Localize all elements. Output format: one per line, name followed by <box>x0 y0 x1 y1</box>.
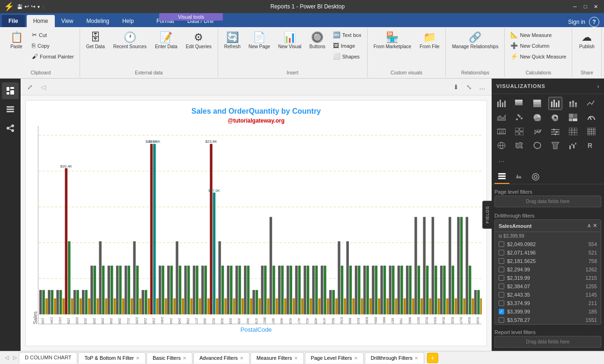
buttons-button[interactable]: 🔘 Buttons <box>306 30 329 52</box>
multi-row-card-icon[interactable] <box>512 125 526 138</box>
filter-checkbox[interactable] <box>499 284 504 289</box>
from-file-button[interactable]: 📁 From File <box>416 30 442 52</box>
new-page-button[interactable]: 📄 New Page <box>245 30 273 52</box>
new-visual-button[interactable]: 📊 New Visual <box>275 30 305 52</box>
tab-close-icon[interactable]: ✕ <box>294 356 298 361</box>
filter-value-row[interactable]: $2,384.07 1255 <box>495 282 601 291</box>
signin-label[interactable]: Sign in <box>568 19 585 25</box>
tab-home[interactable]: Home <box>27 15 55 27</box>
from-marketplace-button[interactable]: 🏪 From Marketplace <box>370 30 415 52</box>
100-stacked-bar-icon[interactable] <box>530 97 545 110</box>
matrix-icon[interactable] <box>584 125 598 138</box>
funnel-icon[interactable] <box>548 139 562 152</box>
enter-data-button[interactable]: 📝 Enter Data <box>152 30 181 52</box>
publish-button[interactable]: ☁ Publish <box>575 30 598 52</box>
undo-icon[interactable]: ↩ <box>24 3 29 10</box>
donut-chart-icon[interactable] <box>548 111 562 124</box>
add-page-button[interactable]: + <box>427 353 438 363</box>
kpi-icon[interactable]: KPI <box>530 125 545 138</box>
manage-relationships-button[interactable]: 🔗 Manage Relationships <box>449 30 501 52</box>
r-visual-icon[interactable]: R <box>584 139 598 152</box>
treemap-icon[interactable] <box>566 111 580 124</box>
slicer-icon[interactable] <box>548 125 562 138</box>
filter-value-row[interactable]: $2,319.99 1215 <box>495 274 601 282</box>
new-quick-measure-button[interactable]: ⚡ New Quick Measure <box>508 51 569 61</box>
column-chart-icon[interactable] <box>548 97 562 110</box>
filter-value-row[interactable]: $2,294.99 1262 <box>495 265 601 274</box>
tab-close-icon[interactable]: ✕ <box>414 356 418 361</box>
bottom-tab[interactable]: Basic Filters✕ <box>147 352 192 364</box>
bottom-tab[interactable]: Advanced Filters✕ <box>193 352 250 364</box>
get-data-button[interactable]: 🗄 Get Data <box>83 30 108 52</box>
model-view-button[interactable] <box>2 120 19 137</box>
waterfall-icon[interactable] <box>566 139 580 152</box>
card-icon[interactable]: 123 <box>494 125 508 138</box>
redo-icon[interactable]: ↪ <box>31 3 36 10</box>
filled-map-icon[interactable] <box>512 139 526 152</box>
shape-map-icon[interactable] <box>530 139 545 152</box>
filter-value-row[interactable]: $2,071.4196 521 <box>495 248 601 257</box>
pie-chart-icon[interactable] <box>530 111 545 124</box>
tab-file[interactable]: File <box>2 15 25 27</box>
page-level-drop-zone[interactable]: Drag data fields here <box>494 196 601 207</box>
gauge-icon[interactable] <box>584 111 598 124</box>
line-chart-icon[interactable] <box>584 97 598 110</box>
table-icon[interactable] <box>566 125 580 138</box>
minimize-button[interactable]: ─ <box>570 2 580 11</box>
filter-checkbox[interactable] <box>499 258 504 264</box>
save-icon[interactable]: 💾 <box>17 4 22 9</box>
bottom-tab[interactable]: ToP & Bottom N Filter✕ <box>78 352 146 364</box>
shapes-button[interactable]: ⬜ Shapes <box>330 51 364 61</box>
report-level-drop-zone[interactable]: Drag data fields here <box>494 336 601 348</box>
filter-checkbox[interactable] <box>499 317 504 323</box>
format-painter-button[interactable]: 🖌 Format Painter <box>29 51 77 61</box>
filter-checkbox[interactable] <box>499 292 504 298</box>
expand-icon[interactable]: › <box>597 82 599 90</box>
bottom-tab[interactable]: Measure Filters✕ <box>250 352 304 364</box>
more-visuals-icon[interactable]: … <box>494 153 508 166</box>
bottom-tab[interactable]: Page Level Filters✕ <box>305 352 364 364</box>
bottom-tab[interactable]: D COLUMN CHART <box>19 352 77 364</box>
filter-checkbox[interactable] <box>499 300 504 306</box>
filter-checkbox[interactable]: ✓ <box>499 309 504 314</box>
filter-chevron-icon[interactable]: ∧ <box>587 223 591 229</box>
ellipsis-button[interactable]: … <box>477 81 488 93</box>
tab-help[interactable]: Help <box>116 15 140 27</box>
fields-toggle-button[interactable]: FIELDS <box>482 201 492 229</box>
tab-modeling[interactable]: Modeling <box>80 15 116 27</box>
fit-page-button[interactable]: ⤢ <box>24 81 36 93</box>
tab-close-icon[interactable]: ✕ <box>240 356 243 361</box>
filter-value-row[interactable]: $3,578.27 1551 <box>495 316 601 324</box>
scatter-chart-icon[interactable] <box>512 111 526 124</box>
tab-close-icon[interactable]: ✕ <box>354 356 358 361</box>
tab-close-icon[interactable]: ✕ <box>183 356 186 361</box>
prev-page-button[interactable]: ◁ <box>2 355 11 361</box>
filter-clear-icon[interactable]: ✕ <box>593 223 597 229</box>
report-view-button[interactable] <box>2 82 19 99</box>
filter-checkbox[interactable] <box>499 267 504 272</box>
filter-checkbox[interactable] <box>499 241 504 247</box>
bar-chart-icon[interactable] <box>494 97 508 110</box>
fields-tab-button[interactable] <box>494 171 509 184</box>
map-icon[interactable] <box>494 139 508 152</box>
maximize-button[interactable]: □ <box>581 2 590 11</box>
paste-button[interactable]: 📋 Paste <box>5 30 28 52</box>
back-button[interactable]: ◁ <box>37 81 49 93</box>
filter-value-row[interactable]: $2,443.35 1145 <box>495 291 601 299</box>
filter-checkbox[interactable] <box>499 275 504 281</box>
tab-close-icon[interactable]: ✕ <box>136 356 140 361</box>
text-box-button[interactable]: 🔤 Text box <box>330 30 364 40</box>
stacked-col-icon[interactable] <box>566 97 580 110</box>
help-button[interactable]: ? <box>589 17 599 27</box>
close-button[interactable]: ✕ <box>591 2 600 11</box>
filter-value-row[interactable]: $2,181.5625 758 <box>495 257 601 265</box>
filter-value-row[interactable]: ✓ $3,399.99 185 <box>495 307 601 316</box>
stacked-bar-icon[interactable] <box>512 97 526 110</box>
copy-button[interactable]: ⎘ Copy <box>29 41 77 51</box>
cut-button[interactable]: ✂ Cut <box>29 30 77 40</box>
new-measure-button[interactable]: 📐 New Measure <box>508 30 569 40</box>
next-page-button[interactable]: ▷ <box>11 355 19 361</box>
bottom-tab[interactable]: Drillthrough Filters✕ <box>365 352 424 364</box>
recent-sources-button[interactable]: 🕐 Recent Sources <box>110 30 150 52</box>
data-view-button[interactable] <box>2 101 19 118</box>
